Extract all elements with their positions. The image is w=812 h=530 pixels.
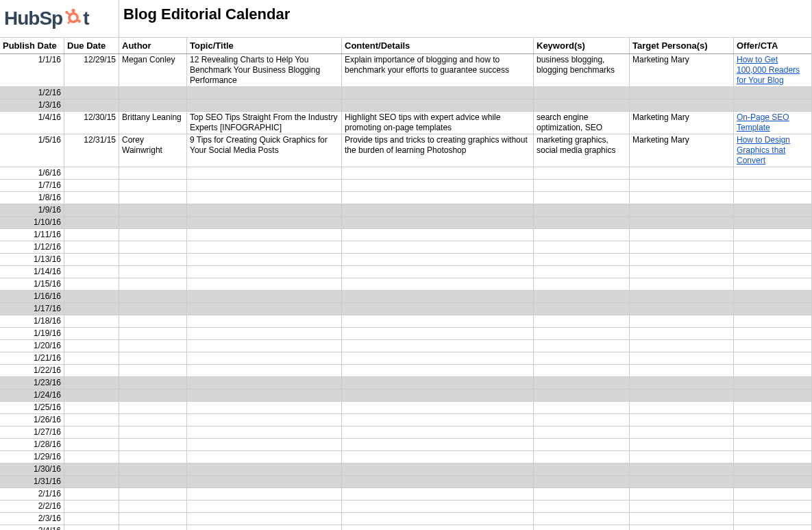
col-header-publish-date[interactable]: Publish Date xyxy=(0,38,64,53)
cell-persona[interactable] xyxy=(630,204,734,216)
cell-publish-date[interactable]: 1/10/16 xyxy=(0,217,64,228)
cell-publish-date[interactable]: 1/6/16 xyxy=(0,167,64,179)
cell-persona[interactable] xyxy=(630,192,734,204)
cell-due-date[interactable] xyxy=(64,352,119,364)
cell-persona[interactable] xyxy=(630,340,734,352)
cell-due-date[interactable] xyxy=(64,328,119,339)
cell-publish-date[interactable]: 1/19/16 xyxy=(0,328,64,339)
cell-offer[interactable] xyxy=(734,315,811,327)
cell-keywords[interactable] xyxy=(534,451,630,463)
cell-keywords[interactable] xyxy=(534,303,630,315)
cell-content[interactable] xyxy=(342,167,534,179)
cell-due-date[interactable] xyxy=(64,463,119,475)
cell-author[interactable] xyxy=(119,328,187,339)
cell-publish-date[interactable]: 1/9/16 xyxy=(0,204,64,216)
cell-offer[interactable] xyxy=(734,476,811,487)
cell-author[interactable] xyxy=(119,167,187,179)
cell-due-date[interactable]: 12/29/15 xyxy=(64,54,119,86)
cell-content[interactable] xyxy=(342,241,534,253)
cell-content[interactable]: Highlight SEO tips with expert advice wh… xyxy=(342,112,534,134)
cell-due-date[interactable] xyxy=(64,254,119,265)
cell-publish-date[interactable]: 1/23/16 xyxy=(0,377,64,389)
cell-content[interactable] xyxy=(342,192,534,204)
cell-topic[interactable]: Top SEO Tips Straight From the Industry … xyxy=(187,112,342,134)
cell-keywords[interactable] xyxy=(534,254,630,265)
cell-author[interactable]: Brittany Leaning xyxy=(119,112,187,134)
cell-keywords[interactable] xyxy=(534,426,630,438)
cell-author[interactable] xyxy=(119,241,187,253)
cell-author[interactable] xyxy=(119,389,187,401)
cell-due-date[interactable] xyxy=(64,414,119,426)
cell-author[interactable] xyxy=(119,439,187,450)
cell-publish-date[interactable]: 1/29/16 xyxy=(0,451,64,463)
cell-topic[interactable] xyxy=(187,241,342,253)
cell-content[interactable] xyxy=(342,414,534,426)
cell-content[interactable] xyxy=(342,389,534,401)
cell-topic[interactable] xyxy=(187,525,342,530)
col-header-offer[interactable]: Offer/CTA xyxy=(734,38,811,53)
offer-link[interactable]: How to Design Graphics that Convert xyxy=(737,135,790,165)
cell-due-date[interactable] xyxy=(64,278,119,290)
cell-topic[interactable] xyxy=(187,217,342,228)
cell-author[interactable] xyxy=(119,377,187,389)
cell-content[interactable] xyxy=(342,365,534,376)
cell-keywords[interactable] xyxy=(534,99,630,111)
cell-due-date[interactable] xyxy=(64,87,119,99)
cell-keywords[interactable] xyxy=(534,463,630,475)
cell-offer[interactable] xyxy=(734,439,811,450)
cell-persona[interactable] xyxy=(630,99,734,111)
cell-persona[interactable] xyxy=(630,315,734,327)
cell-keywords[interactable] xyxy=(534,501,630,512)
col-header-keywords[interactable]: Keyword(s) xyxy=(534,38,630,53)
cell-publish-date[interactable]: 1/7/16 xyxy=(0,180,64,191)
cell-content[interactable] xyxy=(342,217,534,228)
cell-keywords[interactable] xyxy=(534,389,630,401)
cell-persona[interactable] xyxy=(630,389,734,401)
cell-persona[interactable]: Marketing Mary xyxy=(630,112,734,134)
cell-offer[interactable] xyxy=(734,340,811,352)
cell-publish-date[interactable]: 1/8/16 xyxy=(0,192,64,204)
cell-publish-date[interactable]: 1/3/16 xyxy=(0,99,64,111)
cell-author[interactable] xyxy=(119,204,187,216)
cell-persona[interactable]: Marketing Mary xyxy=(630,134,734,167)
cell-publish-date[interactable]: 1/21/16 xyxy=(0,352,64,364)
cell-publish-date[interactable]: 1/15/16 xyxy=(0,278,64,290)
cell-offer[interactable] xyxy=(734,167,811,179)
cell-offer[interactable] xyxy=(734,365,811,376)
cell-keywords[interactable] xyxy=(534,266,630,278)
cell-publish-date[interactable]: 1/27/16 xyxy=(0,426,64,438)
cell-persona[interactable] xyxy=(630,365,734,376)
cell-content[interactable] xyxy=(342,451,534,463)
cell-publish-date[interactable]: 1/28/16 xyxy=(0,439,64,450)
cell-keywords[interactable] xyxy=(534,229,630,241)
cell-content[interactable] xyxy=(342,328,534,339)
cell-keywords[interactable] xyxy=(534,488,630,500)
cell-topic[interactable] xyxy=(187,377,342,389)
cell-topic[interactable] xyxy=(187,340,342,352)
cell-author[interactable] xyxy=(119,278,187,290)
cell-keywords[interactable] xyxy=(534,377,630,389)
cell-keywords[interactable] xyxy=(534,525,630,530)
cell-topic[interactable] xyxy=(187,291,342,302)
cell-persona[interactable]: Marketing Mary xyxy=(630,54,734,86)
offer-link[interactable]: How to Get 100,000 Readers for Your Blog xyxy=(737,55,800,85)
cell-due-date[interactable] xyxy=(64,217,119,228)
cell-author[interactable] xyxy=(119,352,187,364)
cell-offer[interactable] xyxy=(734,414,811,426)
cell-due-date[interactable] xyxy=(64,291,119,302)
cell-persona[interactable] xyxy=(630,180,734,191)
cell-offer[interactable] xyxy=(734,87,811,99)
cell-topic[interactable]: 9 Tips for Creating Quick Graphics for Y… xyxy=(187,134,342,167)
cell-due-date[interactable] xyxy=(64,204,119,216)
cell-persona[interactable] xyxy=(630,488,734,500)
cell-content[interactable] xyxy=(342,463,534,475)
col-header-persona[interactable]: Target Persona(s) xyxy=(630,38,734,53)
cell-keywords[interactable] xyxy=(534,278,630,290)
cell-offer[interactable] xyxy=(734,254,811,265)
cell-keywords[interactable] xyxy=(534,328,630,339)
cell-topic[interactable] xyxy=(187,266,342,278)
cell-content[interactable]: Provide tips and tricks to creating grap… xyxy=(342,134,534,167)
cell-content[interactable] xyxy=(342,204,534,216)
cell-author[interactable] xyxy=(119,340,187,352)
cell-due-date[interactable] xyxy=(64,167,119,179)
